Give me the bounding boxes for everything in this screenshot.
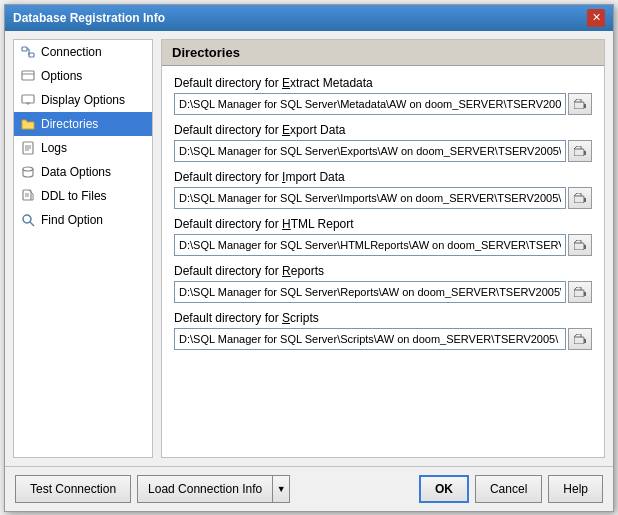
svg-point-17 [23,215,31,223]
test-connection-button[interactable]: Test Connection [15,475,131,503]
svg-rect-29 [574,337,584,344]
sidebar-item-ddl-to-files[interactable]: DDL to Files [14,184,152,208]
options-icon [20,68,36,84]
dir-input-extract-metadata[interactable] [174,93,566,115]
dir-label-export-data: Default directory for Export Data [174,123,592,137]
dir-input-row-extract-metadata [174,93,592,115]
svg-rect-21 [574,149,584,156]
dir-browse-html-report[interactable] [568,234,592,256]
dir-input-row-scripts [174,328,592,350]
load-connection-group: Load Connection Info ▼ [137,475,290,503]
dir-section-html-report: Default directory for HTML Report [174,217,592,256]
dir-browse-extract-metadata[interactable] [568,93,592,115]
svg-rect-30 [584,339,586,343]
dir-label-html-report: Default directory for HTML Report [174,217,592,231]
logs-icon [20,140,36,156]
svg-point-13 [23,167,33,171]
sidebar-label-directories: Directories [41,117,98,131]
dialog-body: Connection Options [5,31,613,466]
sidebar-label-display-options: Display Options [41,93,125,107]
dir-section-export-data: Default directory for Export Data [174,123,592,162]
sidebar-item-display-options[interactable]: Display Options [14,88,152,112]
data-options-icon [20,164,36,180]
dialog-footer: Test Connection Load Connection Info ▼ O… [5,466,613,511]
ddl-to-files-icon [20,188,36,204]
close-button[interactable]: ✕ [587,9,605,27]
dir-browse-scripts[interactable] [568,328,592,350]
svg-rect-24 [584,198,586,202]
svg-rect-1 [29,53,34,57]
main-panel: Directories Default directory for Extrac… [161,39,605,458]
svg-line-18 [30,222,34,226]
dir-label-import-data: Default directory for Import Data [174,170,592,184]
sidebar-item-logs[interactable]: Logs [14,136,152,160]
sidebar-label-ddl-to-files: DDL to Files [41,189,107,203]
sidebar-label-data-options: Data Options [41,165,111,179]
dir-section-reports: Default directory for Reports [174,264,592,303]
svg-rect-6 [22,95,34,103]
svg-rect-26 [584,245,586,249]
dir-browse-import-data[interactable] [568,187,592,209]
svg-rect-0 [22,47,27,51]
dir-label-reports: Default directory for Reports [174,264,592,278]
sidebar-item-options[interactable]: Options [14,64,152,88]
display-options-icon [20,92,36,108]
directories-icon [20,116,36,132]
sidebar-item-data-options[interactable]: Data Options [14,160,152,184]
cancel-button[interactable]: Cancel [475,475,542,503]
help-button[interactable]: Help [548,475,603,503]
svg-rect-22 [584,151,586,155]
svg-rect-27 [574,290,584,297]
load-connection-dropdown[interactable]: ▼ [272,475,290,503]
title-bar: Database Registration Info ✕ [5,5,613,31]
svg-rect-4 [22,71,34,80]
dir-input-row-export-data [174,140,592,162]
panel-header: Directories [162,40,604,66]
sidebar-item-directories[interactable]: Directories [14,112,152,136]
dir-section-import-data: Default directory for Import Data [174,170,592,209]
sidebar-label-logs: Logs [41,141,67,155]
load-connection-button[interactable]: Load Connection Info [137,475,272,503]
dir-input-row-html-report [174,234,592,256]
svg-rect-19 [574,102,584,109]
find-option-icon [20,212,36,228]
sidebar-label-connection: Connection [41,45,102,59]
dir-section-extract-metadata: Default directory for Extract Metadata [174,76,592,115]
database-registration-dialog: Database Registration Info ✕ Connection [4,4,614,512]
dir-browse-reports[interactable] [568,281,592,303]
panel-content: Default directory for Extract Metadata [162,66,604,457]
dir-input-html-report[interactable] [174,234,566,256]
dir-input-export-data[interactable] [174,140,566,162]
svg-rect-28 [584,292,586,296]
connection-icon [20,44,36,60]
svg-rect-23 [574,196,584,203]
ok-button[interactable]: OK [419,475,469,503]
dir-input-row-reports [174,281,592,303]
dir-label-extract-metadata: Default directory for Extract Metadata [174,76,592,90]
dir-label-scripts: Default directory for Scripts [174,311,592,325]
dir-browse-export-data[interactable] [568,140,592,162]
sidebar: Connection Options [13,39,153,458]
dir-input-row-import-data [174,187,592,209]
dialog-title: Database Registration Info [13,11,165,25]
dir-section-scripts: Default directory for Scripts [174,311,592,350]
dir-input-import-data[interactable] [174,187,566,209]
svg-rect-20 [584,104,586,108]
dir-input-scripts[interactable] [174,328,566,350]
svg-rect-25 [574,243,584,250]
dir-input-reports[interactable] [174,281,566,303]
sidebar-item-connection[interactable]: Connection [14,40,152,64]
sidebar-item-find-option[interactable]: Find Option [14,208,152,232]
sidebar-label-options: Options [41,69,82,83]
sidebar-label-find-option: Find Option [41,213,103,227]
